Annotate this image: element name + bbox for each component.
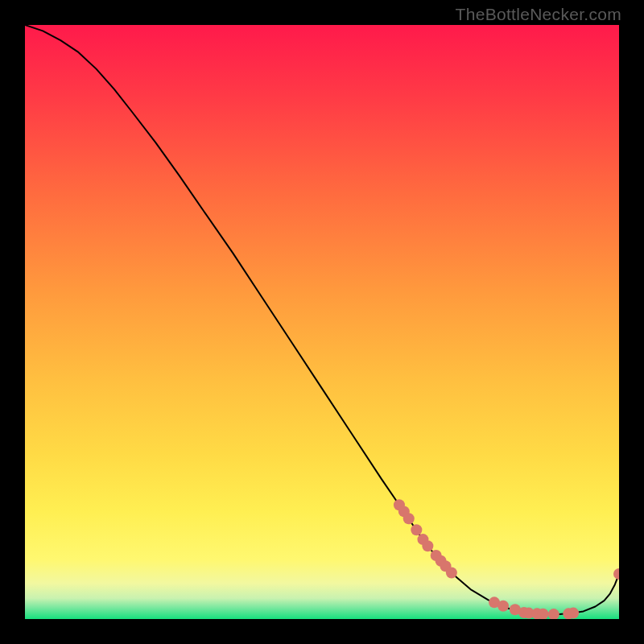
marker-dot — [446, 567, 457, 578]
marker-dot — [568, 608, 579, 619]
chart-svg — [25, 25, 619, 619]
chart-background — [25, 25, 619, 619]
marker-dot — [497, 601, 509, 612]
watermark-text: TheBottleNecker.com — [456, 5, 621, 24]
marker-dot — [403, 513, 415, 524]
marker-dot — [411, 524, 422, 535]
chart-stage: TheBottleNecker.com — [0, 0, 644, 644]
plot-area — [25, 25, 619, 619]
marker-dot — [422, 540, 433, 551]
